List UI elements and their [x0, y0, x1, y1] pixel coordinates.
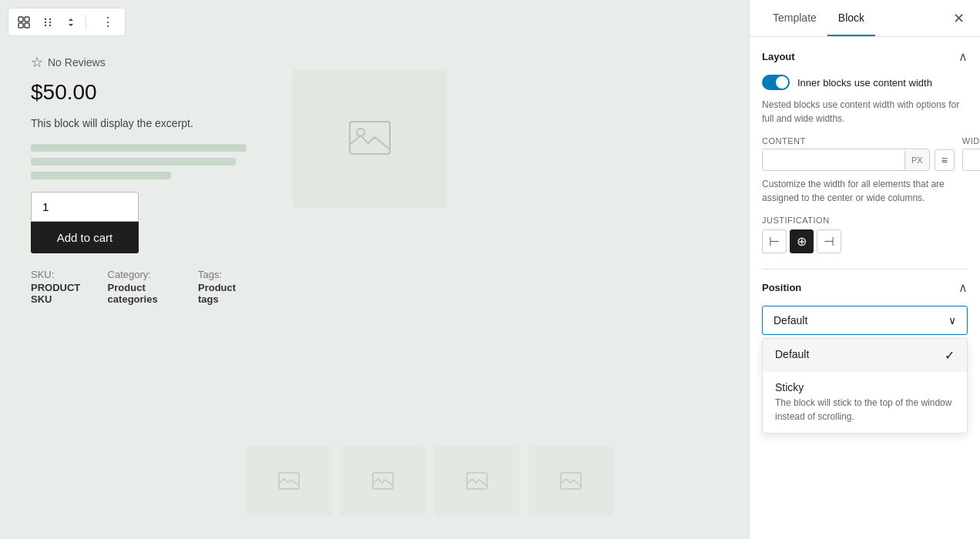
inner-blocks-toggle[interactable]	[762, 75, 790, 90]
layout-section: Layout ∧ Inner blocks use content width …	[762, 49, 968, 253]
panel-body: Layout ∧ Inner blocks use content width …	[750, 37, 980, 539]
sku-label: SKU:	[31, 269, 89, 280]
position-section-header: Position ∧	[762, 280, 968, 295]
product-price: $50.00	[31, 80, 247, 105]
justify-left-button[interactable]: ⊢	[762, 229, 787, 253]
svg-point-4	[45, 18, 46, 19]
justification-label: JUSTIFICATION	[762, 216, 968, 225]
position-option-sticky[interactable]: Sticky The block will stick to the top o…	[763, 372, 967, 433]
category-value: Product categories	[108, 282, 180, 305]
panel-header: Template Block ✕	[750, 0, 980, 37]
wide-label: WIDE	[962, 136, 980, 146]
no-reviews-row: ☆ No Reviews	[31, 54, 247, 71]
thumbnail-2	[341, 447, 425, 516]
tags-value: Product tags	[198, 282, 247, 305]
block-icon-button[interactable]	[13, 13, 35, 32]
thumbnail-3	[435, 447, 519, 516]
category-label: Category:	[108, 269, 180, 280]
layout-section-header: Layout ∧	[762, 49, 968, 64]
drag-handle-button[interactable]	[38, 14, 58, 31]
position-section: Position ∧ Default ∨ Default ✓ Sticky	[762, 280, 968, 434]
product-meta: SKU: PRODUCT SKU Category: Product categ…	[31, 269, 247, 305]
section-divider	[762, 269, 968, 270]
category-meta: Category: Product categories	[108, 269, 180, 305]
position-title: Position	[762, 282, 801, 293]
toggle-row: Inner blocks use content width	[762, 75, 968, 90]
sku-meta: SKU: PRODUCT SKU	[31, 269, 89, 305]
tab-template[interactable]: Template	[762, 1, 827, 36]
svg-point-5	[49, 18, 51, 19]
placeholder-line-3	[31, 172, 171, 179]
main-image-placeholder	[293, 69, 447, 208]
add-to-cart-button[interactable]: Add to cart	[31, 222, 139, 253]
thumbnail-1	[247, 447, 331, 516]
toolbar-divider	[86, 15, 86, 30]
check-icon: ✓	[945, 348, 955, 363]
toggle-label: Inner blocks use content width	[797, 77, 932, 89]
justify-right-button[interactable]: ⊣	[817, 229, 841, 253]
position-collapse-button[interactable]: ∧	[958, 280, 968, 295]
thumbnails-row	[247, 447, 613, 516]
option-default-title: Default	[775, 348, 809, 360]
move-up-down-button[interactable]	[61, 14, 81, 31]
option-sticky-title: Sticky	[775, 381, 955, 393]
svg-point-8	[45, 24, 46, 25]
star-icon: ☆	[31, 54, 43, 71]
content-input[interactable]	[763, 149, 904, 170]
no-reviews-text: No Reviews	[48, 56, 106, 69]
toggle-knob	[776, 76, 788, 89]
right-panel: Template Block ✕ Layout ∧ Inner blocks u…	[749, 0, 980, 539]
content-unit: PX	[904, 151, 929, 169]
svg-rect-0	[18, 17, 23, 22]
tags-label: Tags:	[198, 269, 247, 280]
justify-center-button[interactable]: ⊕	[790, 229, 814, 253]
quantity-add-section: Add to cart	[31, 192, 139, 253]
toolbar-more-button[interactable]: ⋮	[96, 12, 120, 32]
placeholder-line-2	[31, 158, 236, 166]
justification-buttons: ⊢ ⊕ ⊣	[762, 229, 968, 253]
position-dropdown[interactable]: Default ∨	[762, 306, 968, 335]
placeholder-lines	[31, 144, 247, 179]
layout-title: Layout	[762, 51, 795, 62]
chevron-down-icon: ∨	[948, 314, 956, 326]
svg-rect-3	[25, 23, 29, 28]
svg-point-6	[45, 21, 46, 22]
wide-input[interactable]	[963, 149, 980, 170]
tab-block[interactable]: Block	[827, 1, 875, 36]
quantity-input[interactable]	[31, 192, 139, 222]
svg-point-7	[49, 21, 51, 22]
toggle-description: Nested blocks use content width with opt…	[762, 98, 968, 126]
wide-input-group: PX	[962, 149, 980, 171]
position-selected-value: Default	[774, 314, 807, 326]
product-block: ☆ No Reviews $50.00 This block will disp…	[31, 54, 247, 305]
close-button[interactable]: ✕	[950, 7, 968, 30]
position-option-default[interactable]: Default ✓	[763, 339, 967, 372]
content-align-button[interactable]: ≡	[935, 149, 955, 171]
svg-point-9	[49, 24, 51, 25]
placeholder-line-1	[31, 144, 247, 152]
thumbnail-4	[529, 447, 613, 516]
block-toolbar: ⋮	[8, 8, 126, 36]
content-label: CONTENT	[762, 136, 955, 146]
sku-value: PRODUCT SKU	[31, 282, 89, 305]
svg-rect-1	[25, 17, 29, 22]
svg-rect-2	[18, 23, 23, 28]
product-excerpt: This block will display the excerpt.	[31, 116, 247, 132]
content-wide-row: CONTENT PX ≡ WIDE PX	[762, 136, 968, 171]
panel-tabs: Template Block	[762, 1, 875, 35]
canvas-area: ⋮ ☆ No Reviews $50.00 This block will di…	[0, 0, 749, 539]
layout-collapse-button[interactable]: ∧	[958, 49, 968, 64]
content-col: CONTENT PX ≡	[762, 136, 955, 171]
position-dropdown-menu: Default ✓ Sticky The block will stick to…	[762, 338, 968, 434]
wide-col: WIDE PX ▤	[962, 136, 980, 171]
customize-description: Customize the width for all elements tha…	[762, 177, 968, 205]
option-sticky-description: The block will stick to the top of the w…	[775, 396, 955, 424]
svg-rect-10	[350, 122, 390, 154]
content-input-group: PX	[762, 149, 930, 171]
tags-meta: Tags: Product tags	[198, 269, 247, 305]
